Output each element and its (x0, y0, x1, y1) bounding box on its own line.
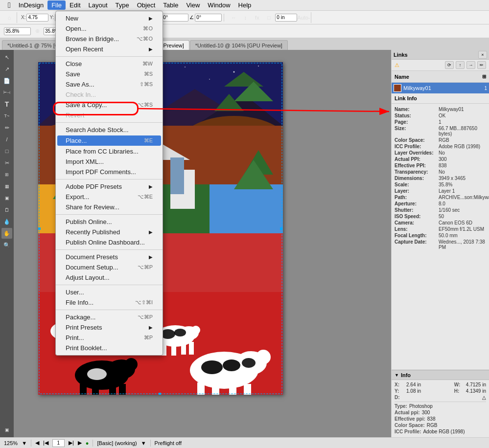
gradient-swatch-tool[interactable]: ▦ (1, 181, 12, 192)
menu-item-print-booklet[interactable]: Print Booklet... (56, 343, 163, 353)
link-filename: Milkyway01 (403, 85, 431, 91)
type-menu[interactable]: Type (112, 0, 133, 10)
rectangle-tool[interactable]: □ (1, 146, 12, 157)
menu-item-adjust-layout[interactable]: Adjust Layout... (56, 272, 163, 283)
menu-item-import-pdf[interactable]: Import PDF Comments... (56, 167, 163, 177)
zoom-dropdown-icon[interactable]: ▼ (22, 440, 27, 446)
menu-item-open-recent[interactable]: Open Recent ▶ (56, 44, 163, 54)
offset-input[interactable] (275, 14, 297, 22)
relink-btn[interactable]: ⟳ (445, 61, 454, 69)
gradient-feather-tool[interactable]: ▣ (1, 193, 12, 203)
note-tool[interactable]: 🗒 (1, 204, 12, 215)
file-menu[interactable]: File (47, 0, 66, 10)
type-path-tool[interactable]: T~ (1, 111, 12, 121)
info-icc-value: Adobe RGB (1998) (423, 429, 465, 434)
object-menu[interactable]: Object (133, 0, 160, 10)
page-next-btn[interactable]: ▶ (78, 440, 82, 446)
page-tool[interactable]: 📄 (1, 75, 12, 86)
menu-item-search-adobe[interactable]: Search Adobe Stock... (56, 125, 163, 135)
fill-stroke-btn[interactable]: ▣ (1, 425, 12, 435)
opacity-btn[interactable]: □ (263, 12, 274, 23)
x-input[interactable] (26, 14, 48, 22)
zoom-tool[interactable]: 🔍 (1, 240, 12, 250)
menu-item-place[interactable]: Place... ⌘E (57, 135, 161, 146)
info-w-value: 4.7125 in (466, 382, 486, 387)
transform-tool[interactable]: ⊞ (1, 169, 12, 180)
zoom-input2[interactable] (4, 27, 31, 35)
menu-item-publish-online[interactable]: Publish Online... (56, 217, 163, 227)
angle1-input[interactable] (162, 14, 188, 22)
update-link-btn[interactable]: ↑ (456, 61, 465, 69)
edit-original-btn[interactable]: ✏ (477, 61, 486, 69)
menu-item-share-review[interactable]: Share for Review... (56, 202, 163, 212)
edit-menu[interactable]: Edit (66, 0, 84, 10)
line-tool[interactable]: / (1, 134, 12, 145)
zoom2-btn[interactable]: ⊕ (32, 26, 43, 37)
file-dropdown-menu[interactable]: New ▶ Open... ⌘O Browse in Bridge... ⌥⌘O… (55, 11, 163, 356)
page-last-btn[interactable]: ▶| (69, 440, 74, 446)
menu-item-recently-published-arrow: ▶ (149, 229, 153, 235)
layout-menu[interactable]: Layout (85, 0, 112, 10)
menu-item-save[interactable]: Save ⌘S (56, 69, 163, 79)
arrow-tool[interactable]: ↖ (1, 52, 12, 63)
type-tool[interactable]: T (1, 99, 12, 110)
menu-item-save-copy[interactable]: Save a Copy... ⌥⌘S (56, 100, 163, 110)
info-y-value: 1.08 in (406, 388, 421, 394)
menu-item-publish-dash[interactable]: Publish Online Dashboard... (56, 237, 163, 247)
menu-item-place-shortcut: ⌘E (144, 137, 153, 144)
menu-item-export[interactable]: Export... ⌥⌘E (56, 192, 163, 202)
menu-item-import-pdf-label: Import PDF Comments... (66, 168, 136, 176)
help-menu[interactable]: Help (234, 0, 256, 10)
pencil-tool[interactable]: ✏ (1, 122, 12, 133)
dimensions-label: Dimensions: (395, 176, 439, 181)
flip-h-btn[interactable]: ↔ (228, 12, 239, 23)
scissors-tool[interactable]: ✂ (1, 157, 12, 168)
links-table-row[interactable]: Milkyway01 1 (392, 83, 489, 93)
page-input[interactable] (52, 439, 65, 447)
menu-item-browse-bridge[interactable]: Browse in Bridge... ⌥⌘O (56, 34, 163, 44)
eyedropper-tool[interactable]: 💧 (1, 216, 12, 227)
hand-tool[interactable]: ✋ (1, 228, 12, 239)
menu-item-user[interactable]: User... (56, 287, 163, 297)
menu-item-package[interactable]: Package... ⌥⌘P (56, 312, 163, 322)
links-panel-close-btn[interactable]: × (478, 51, 487, 59)
info-w-label: W: (454, 382, 464, 387)
angle2-input[interactable] (195, 14, 222, 22)
menu-item-open[interactable]: Open... ⌘O (56, 23, 163, 34)
tab-untitled10[interactable]: *Untitled-10 @ 104% [GPU Preview] (190, 40, 288, 50)
indesign-menu[interactable]: InDesign (15, 0, 47, 10)
style-selector[interactable]: [Basic] (working) (97, 440, 137, 446)
menu-item-close[interactable]: Close ⌘W (56, 59, 163, 69)
menu-item-place-cc[interactable]: Place from CC Libraries... (56, 146, 163, 157)
menu-item-doc-presets[interactable]: Document Presets ▶ (56, 252, 163, 262)
menu-item-recently-published[interactable]: Recently Published ▶ (56, 227, 163, 237)
goto-link-btn[interactable]: → (466, 61, 475, 69)
menu-item-new[interactable]: New ▶ (56, 13, 163, 23)
home-btn[interactable]: ⌂ (4, 12, 15, 23)
table-menu[interactable]: Table (159, 0, 182, 10)
info-type-label: Type: (395, 403, 407, 409)
page-prev-btn[interactable]: ◀ (35, 440, 39, 446)
direct-select-tool[interactable]: ↗ (1, 64, 12, 74)
menu-item-save-as-label: Save As... (66, 81, 94, 88)
menu-item-save-as[interactable]: Save As... ⇧⌘S (56, 79, 163, 90)
menu-item-print-presets[interactable]: Print Presets ▶ (56, 322, 163, 333)
fx-btn[interactable]: fx (252, 12, 262, 23)
menu-item-revert: Revert (56, 110, 163, 120)
menu-item-adobe-pdf[interactable]: Adobe PDF Presets ▶ (56, 181, 163, 192)
menu-item-import-xml[interactable]: Import XML... (56, 157, 163, 167)
flip-v-btn[interactable]: ↕ (240, 12, 251, 23)
auto-btn[interactable]: Auto- (298, 12, 309, 23)
style-dropdown-icon[interactable]: ▼ (141, 440, 146, 446)
menu-item-file-info[interactable]: File Info... ⌥⇧⌘I (56, 297, 163, 308)
preflight-status[interactable]: Preflight off (155, 440, 182, 446)
page-first-btn[interactable]: |◀ (43, 440, 48, 446)
menu-item-print[interactable]: Print... ⌘P (56, 333, 163, 343)
view-menu[interactable]: View (182, 0, 204, 10)
left-toolbar: ↖ ↗ 📄 ⊢⊣ T T~ ✏ / □ ✂ ⊞ ▦ ▣ 🗒 💧 ✋ 🔍 ▣ (0, 50, 14, 437)
gap-tool[interactable]: ⊢⊣ (1, 87, 12, 98)
window-menu[interactable]: Window (204, 0, 234, 10)
info-collapse-btn[interactable]: ▼ (395, 373, 399, 378)
menu-item-doc-setup[interactable]: Document Setup... ⌥⌘P (56, 262, 163, 272)
apple-menu[interactable]:  (4, 0, 15, 11)
